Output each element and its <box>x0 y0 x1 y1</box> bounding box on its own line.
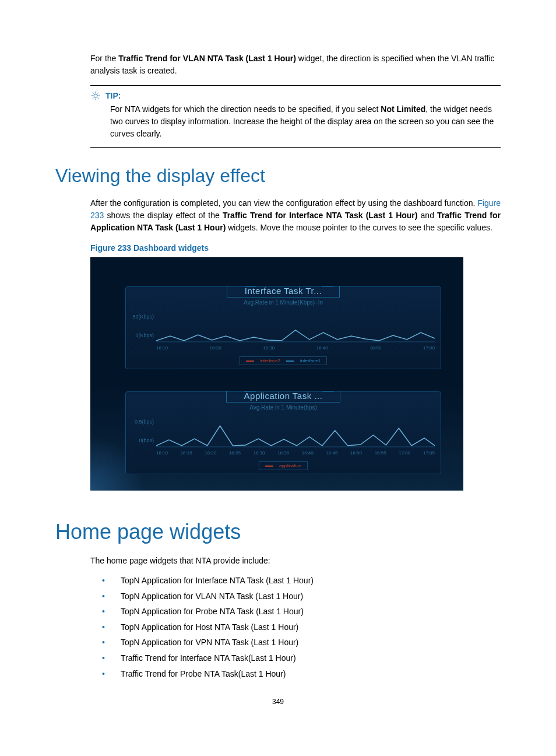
list-item: Traffic Trend for Interface NTA Task(Las… <box>102 650 501 666</box>
section-heading-home: Home page widgets <box>55 520 501 544</box>
tip-bold: Not Limited <box>381 104 425 114</box>
s1-and: and <box>417 211 437 220</box>
xt: 16:10 <box>156 345 168 351</box>
panel2-subtitle: Avg.Rate in 1 Minute(bps) <box>126 404 441 411</box>
section1-paragraph: After the configuration is completed, yo… <box>90 197 501 234</box>
legend-swatch-icon <box>286 360 294 362</box>
s1-mid: shows the display effect of the <box>104 211 223 220</box>
figure-caption: Figure 233 Dashboard widgets <box>90 243 501 253</box>
list-item: TopN Application for Interface NTA Task … <box>102 573 501 589</box>
widget-list: TopN Application for Interface NTA Task … <box>102 573 501 681</box>
legend-text: application <box>279 463 301 468</box>
xt: 16:25 <box>229 450 241 456</box>
xt: 17:00 <box>399 450 410 456</box>
s1-pre: After the configuration is completed, yo… <box>90 198 477 208</box>
list-item: Traffic Trend for Probe NTA Task(Last 1 … <box>102 666 501 682</box>
application-task-widget: Application Task ... Avg.Rate in 1 Minut… <box>125 391 441 474</box>
xt: 16:50 <box>370 345 381 351</box>
lightbulb-icon <box>90 90 101 101</box>
xt: 16:50 <box>350 450 362 456</box>
xt: 16:10 <box>156 450 168 456</box>
interface-task-widget: Interface Task Tr... Avg.Rate in 1 Minut… <box>125 286 441 369</box>
panel2-y-labels: 0.5(bps) 0(bps) <box>128 419 154 456</box>
panel2-legend: application <box>259 461 308 470</box>
svg-point-0 <box>94 94 97 97</box>
panel2-title: Application Task ... <box>226 391 341 402</box>
intro-bold: Traffic Trend for VLAN NTA Task (Last 1 … <box>118 54 296 63</box>
list-item: TopN Application for VLAN NTA Task (Last… <box>102 589 501 604</box>
list-item: TopN Application for Probe NTA Task (Las… <box>102 604 501 620</box>
xt: 17:05 <box>423 450 435 456</box>
legend1-text: interface2 <box>260 358 280 363</box>
panel1-title: Interface Task Tr... <box>227 286 340 298</box>
section-heading-viewing: Viewing the display effect <box>55 165 501 187</box>
section2-intro: The home page widgets that NTA provide i… <box>90 555 501 567</box>
s1-post: widgets. Move the mouse pointer to the c… <box>226 223 492 232</box>
panel1-y-labels: 50(Kbps) 0(Kbps) <box>128 314 154 351</box>
panel1-legend: interface2 interface1 <box>240 356 327 365</box>
xt: 16:45 <box>326 450 337 456</box>
s1-bold1: Traffic Trend for Interface NTA Task (La… <box>223 211 418 220</box>
tip-label: TIP: <box>105 91 121 100</box>
panel1-x-ticks: 16:10 16:20 16:30 16:40 16:50 17:00 <box>156 345 435 351</box>
xt: 16:35 <box>277 450 289 456</box>
xt: 16:40 <box>302 450 314 456</box>
xt: 16:55 <box>375 450 386 456</box>
panel1-chart <box>156 313 435 345</box>
xt: 16:30 <box>254 450 265 456</box>
panel1-y0: 50(Kbps) <box>128 314 154 320</box>
legend-swatch-icon <box>265 466 273 467</box>
intro-pre: For the <box>90 54 118 63</box>
xt: 16:40 <box>316 345 328 351</box>
list-item: TopN Application for VPN NTA Task (Last … <box>102 635 501 650</box>
xt: 17:00 <box>423 345 435 351</box>
panel1-subtitle: Avg.Rate in 1 Minute(Kbps)–In <box>126 299 441 306</box>
tip-text: For NTA widgets for which the direction … <box>110 103 501 140</box>
intro-paragraph: For the Traffic Trend for VLAN NTA Task … <box>90 52 501 77</box>
page-number: 349 <box>55 698 501 706</box>
document-page: For the Traffic Trend for VLAN NTA Task … <box>0 0 556 729</box>
xt: 16:30 <box>263 345 275 351</box>
panel1-y1: 0(Kbps) <box>128 332 154 338</box>
legend-swatch-icon <box>246 360 254 362</box>
panel2-x-ticks: 16:10 16:15 16:20 16:25 16:30 16:35 16:4… <box>156 450 435 456</box>
dashboard-screenshot: Interface Task Tr... Avg.Rate in 1 Minut… <box>90 257 463 491</box>
tip-callout: TIP: For NTA widgets for which the direc… <box>90 85 501 148</box>
panel2-y0: 0.5(bps) <box>128 419 154 425</box>
xt: 16:20 <box>205 450 216 456</box>
tip-pre: For NTA widgets for which the direction … <box>110 104 381 114</box>
list-item: TopN Application for Host NTA Task (Last… <box>102 620 501 635</box>
xt: 16:20 <box>210 345 221 351</box>
xt: 16:15 <box>181 450 192 456</box>
panel2-y1: 0(bps) <box>128 438 154 443</box>
tip-header: TIP: <box>90 90 501 101</box>
legend2-text: interface1 <box>300 358 321 363</box>
panel2-chart <box>156 418 435 450</box>
